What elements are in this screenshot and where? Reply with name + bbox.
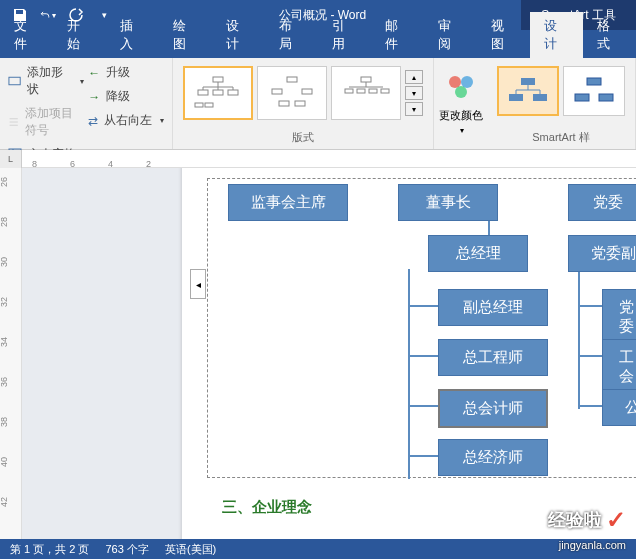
tab-design[interactable]: 设计 — [212, 12, 265, 58]
add-shape-label: 添加形状 — [27, 64, 72, 98]
tab-layout[interactable]: 布局 — [265, 12, 318, 58]
org-node[interactable]: 总经理 — [428, 235, 528, 272]
change-color-label: 更改颜色 — [439, 109, 483, 121]
tab-mail[interactable]: 邮件 — [371, 12, 424, 58]
org-connector — [578, 269, 580, 409]
svg-rect-19 — [279, 101, 289, 106]
svg-rect-9 — [228, 90, 238, 95]
tab-references[interactable]: 引用 — [318, 12, 371, 58]
tab-review[interactable]: 审阅 — [424, 12, 477, 58]
status-words[interactable]: 763 个字 — [105, 542, 148, 557]
svg-point-30 — [455, 86, 467, 98]
demote-button[interactable]: → 降级 — [86, 86, 166, 107]
svg-rect-16 — [287, 77, 297, 82]
org-node[interactable]: 公 — [602, 389, 636, 426]
add-bullet-label: 添加项目符号 — [25, 105, 84, 139]
svg-rect-32 — [509, 94, 523, 101]
svg-rect-7 — [198, 90, 208, 95]
org-node[interactable]: 监事会主席 — [228, 184, 348, 221]
svg-point-28 — [449, 76, 461, 88]
tab-draw[interactable]: 绘图 — [159, 12, 212, 58]
style-group-label: SmartArt 样 — [493, 128, 629, 145]
promote-button[interactable]: ← 升级 — [86, 62, 166, 83]
org-connector — [408, 305, 438, 307]
tab-insert[interactable]: 插入 — [106, 12, 159, 58]
org-node[interactable]: 党委 — [602, 289, 636, 345]
ruler-horizontal: L 8 6 4 2 — [0, 150, 636, 168]
ltr-button[interactable]: ⇄ 从右向左▾ — [86, 110, 166, 131]
tab-view[interactable]: 视图 — [477, 12, 530, 58]
tab-sa-design[interactable]: 设计 — [530, 12, 583, 58]
layout-item-2[interactable] — [257, 66, 327, 120]
tab-file[interactable]: 文件 — [0, 12, 53, 58]
svg-point-29 — [461, 76, 473, 88]
svg-rect-38 — [587, 78, 601, 85]
org-node[interactable]: 总工程师 — [438, 339, 548, 376]
svg-rect-18 — [302, 89, 312, 94]
layout-item-1[interactable] — [183, 66, 253, 120]
layout-item-3[interactable] — [331, 66, 401, 120]
add-bullet-button: 添加项目符号 — [6, 103, 86, 141]
org-node-selected[interactable]: 总会计师 — [438, 389, 548, 428]
tab-home[interactable]: 开始 — [53, 12, 106, 58]
org-node[interactable]: 党委 — [568, 184, 636, 221]
promote-label: 升级 — [106, 64, 130, 81]
ribbon-group-create: 添加形状▾ 添加项目符号 文本窗格 ← 升级 → 降级 — [0, 58, 173, 149]
document-area[interactable]: ◂ 监事会主席 董事长 党委 总经理 党委副 副总经理 党委 总工程师 工会 总… — [22, 168, 636, 539]
add-shape-button[interactable]: 添加形状▾ — [6, 62, 86, 100]
layout-up-icon[interactable]: ▴ — [405, 70, 423, 84]
org-connector — [408, 355, 438, 357]
watermark-url: jingyanla.com — [559, 539, 626, 551]
demote-label: 降级 — [106, 88, 130, 105]
org-connector — [408, 455, 438, 457]
org-node[interactable]: 总经济师 — [438, 439, 548, 476]
layout-group-label: 版式 — [179, 128, 427, 145]
checkmark-icon: ✓ — [606, 506, 626, 534]
watermark-text: 经验啦 — [548, 508, 602, 532]
tab-sa-format[interactable]: 格式 — [583, 12, 636, 58]
svg-rect-17 — [272, 89, 282, 94]
svg-rect-8 — [213, 90, 223, 95]
svg-rect-0 — [9, 77, 20, 85]
svg-rect-11 — [205, 103, 213, 107]
status-lang[interactable]: 英语(美国) — [165, 542, 216, 557]
svg-rect-10 — [195, 103, 203, 107]
expand-pane-icon[interactable]: ◂ — [190, 269, 206, 299]
svg-rect-6 — [213, 77, 223, 82]
org-connector — [408, 269, 410, 479]
svg-rect-27 — [381, 89, 389, 93]
org-node[interactable]: 党委副 — [568, 235, 636, 272]
statusbar: 第 1 页，共 2 页 763 个字 英语(美国) — [0, 539, 636, 559]
svg-rect-21 — [361, 77, 371, 82]
heading3: 三、企业理念 — [222, 498, 312, 517]
smartart-frame[interactable]: ◂ 监事会主席 董事长 党委 总经理 党委副 副总经理 党委 总工程师 工会 总… — [207, 178, 636, 478]
ruler-corner: L — [0, 150, 22, 168]
layout-down-icon[interactable]: ▾ — [405, 86, 423, 100]
svg-rect-39 — [575, 94, 589, 101]
svg-rect-20 — [295, 101, 305, 106]
ruler-vertical: 26 28 30 32 34 36 38 40 42 — [0, 168, 22, 539]
style-item-1[interactable] — [497, 66, 559, 116]
svg-rect-31 — [521, 78, 535, 85]
ribbon-group-style: SmartArt 样 — [487, 58, 636, 149]
svg-rect-24 — [345, 89, 353, 93]
change-color-button[interactable]: 更改颜色▾ — [434, 58, 487, 149]
svg-rect-33 — [533, 94, 547, 101]
svg-rect-40 — [599, 94, 613, 101]
svg-rect-26 — [369, 89, 377, 93]
org-node[interactable]: 董事长 — [398, 184, 498, 221]
ltr-label: 从右向左 — [104, 112, 152, 129]
org-node[interactable]: 工会 — [602, 339, 636, 395]
layout-more-icon[interactable]: ▾ — [405, 102, 423, 116]
ribbon-group-layout: ▴ ▾ ▾ 版式 — [173, 58, 434, 149]
style-item-2[interactable] — [563, 66, 625, 116]
svg-rect-25 — [357, 89, 365, 93]
status-page[interactable]: 第 1 页，共 2 页 — [10, 542, 89, 557]
org-connector — [408, 405, 438, 407]
watermark: 经验啦 ✓ — [548, 506, 626, 534]
org-node[interactable]: 副总经理 — [438, 289, 548, 326]
